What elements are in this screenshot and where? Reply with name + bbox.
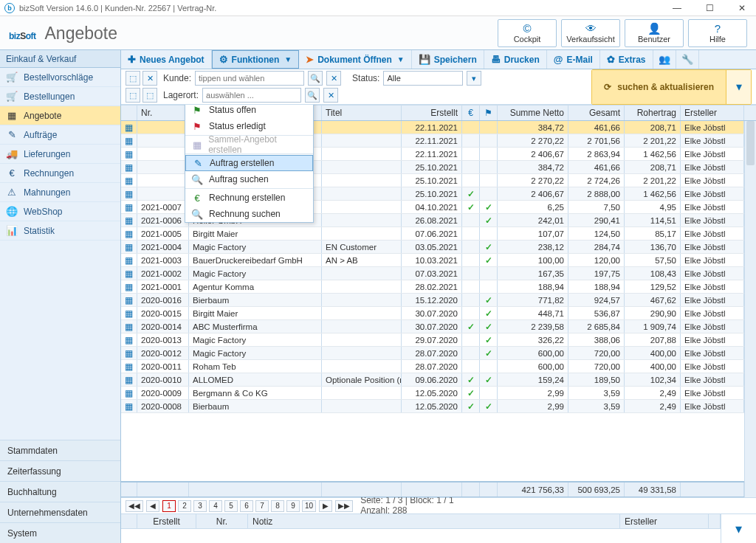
pager-prev[interactable]: ◀: [146, 500, 159, 512]
nav-bestellungen[interactable]: 🛒Bestellungen: [0, 87, 120, 106]
nav-webshop[interactable]: 🌐WebShop: [0, 202, 120, 221]
lager-clear-icon[interactable]: ✕: [323, 88, 338, 103]
lager-search-icon[interactable]: 🔍: [305, 88, 320, 103]
page-3[interactable]: 3: [193, 500, 207, 512]
menu-rechnung-suchen[interactable]: 🔍Rechnung suchen: [185, 206, 313, 222]
sub-col-erstellt[interactable]: Erstellt: [137, 514, 196, 528]
sub-col-nr[interactable]: Nr.: [196, 514, 248, 528]
row-icon: ▦: [125, 269, 133, 279]
table-row[interactable]: ▦2021-0003BauerDruckereibedarf GmbHAN > …: [121, 254, 756, 267]
page-10[interactable]: 10: [302, 500, 316, 512]
close-button[interactable]: ✕: [732, 3, 752, 13]
search-refresh-button[interactable]: ⟳suchen & aktualisieren: [592, 70, 726, 104]
table-row[interactable]: ▦2020-0008Bierbaum12.05.2020✓✓2,993,592,…: [121, 400, 756, 413]
row-icon: ▦: [125, 242, 133, 252]
row-icon: ▦: [125, 215, 133, 226]
page-2[interactable]: 2: [178, 500, 191, 512]
page-8[interactable]: 8: [271, 500, 284, 512]
navtail-stammdaten[interactable]: Stammdaten: [0, 440, 120, 460]
filter-small-4[interactable]: ⬚: [142, 88, 157, 103]
page-5[interactable]: 5: [224, 500, 238, 512]
search-dropdown-button[interactable]: ▾: [726, 70, 751, 104]
table-row[interactable]: ▦2021-0005Birgitt Maier07.06.2021107,071…: [121, 227, 756, 241]
logo: bizSoft: [9, 21, 36, 44]
toolbar-Drucken[interactable]: 🖶Drucken: [484, 50, 547, 69]
toolbar-Dokument Öffnen[interactable]: ➤Dokument Öffnen▼: [299, 50, 412, 69]
table-row[interactable]: ▦2021-0004Magic FactoryEN Customer03.05.…: [121, 241, 756, 254]
toolbar-Funktionen[interactable]: ⚙Funktionen▼: [212, 50, 300, 69]
pager-first[interactable]: ◀◀: [126, 500, 143, 512]
col-icon[interactable]: [121, 106, 137, 120]
lager-input[interactable]: [202, 88, 301, 103]
sub-expand-button[interactable]: ▾: [721, 514, 756, 543]
status-chevron-icon[interactable]: ▾: [467, 71, 481, 86]
table-row[interactable]: ▦2021-0001Agentur Komma28.02.2021188,941…: [121, 280, 756, 294]
menu-status-erledigt[interactable]: ⚑Status erledigt: [185, 118, 313, 134]
navtail-zeiterfassung[interactable]: Zeiterfassung: [0, 460, 120, 481]
table-row[interactable]: ▦2020-0013Magic Factory29.07.2020✓326,22…: [121, 333, 756, 347]
pager-last[interactable]: ▶▶: [335, 500, 353, 512]
menu-status-offen[interactable]: ⚑Status offen: [185, 105, 313, 118]
header-benutzer-button[interactable]: 👤Benutzer: [625, 19, 684, 47]
kunde-clear-icon[interactable]: ✕: [326, 71, 341, 86]
filter-small-2[interactable]: ✕: [142, 71, 157, 86]
menu-auftrag-erstellen[interactable]: ✎Auftrag erstellen: [185, 155, 313, 171]
nav-aufträge[interactable]: ✎Aufträge: [0, 125, 120, 145]
col-netto[interactable]: Summe Netto: [498, 106, 568, 120]
sub-col-ersteller[interactable]: Ersteller: [620, 514, 709, 528]
col-rohertrag[interactable]: Rohertrag: [625, 106, 681, 120]
nav-statistik[interactable]: 📊Statistik: [0, 221, 120, 241]
col-flag-icon[interactable]: ⚑: [480, 106, 498, 120]
col-ersteller[interactable]: Ersteller: [681, 106, 744, 120]
header-hilfe-button[interactable]: ?Hilfe: [688, 19, 747, 47]
vertical-scrollbar[interactable]: [744, 121, 756, 497]
menu-rechnung-erstellen[interactable]: €Rechnung erstellen: [185, 190, 313, 206]
nav-section-head[interactable]: Einkauf & Verkauf: [0, 50, 120, 68]
table-row[interactable]: ▦2020-0011Roham Teb28.07.2020600,00720,0…: [121, 360, 756, 373]
page-6[interactable]: 6: [240, 500, 253, 512]
header-verkaufssicht-button[interactable]: 👁Verkaufssicht: [561, 19, 620, 47]
navtail-buchhaltung[interactable]: Buchhaltung: [0, 481, 120, 502]
col-euro-icon[interactable]: €: [462, 106, 480, 120]
kunde-search-icon[interactable]: 🔍: [308, 71, 323, 86]
table-row[interactable]: ▦2020-0010ALLOMEDOptionale Position (nic…: [121, 373, 756, 387]
col-gesamt[interactable]: Gesamt: [568, 106, 625, 120]
page-1[interactable]: 1: [162, 500, 176, 512]
page-7[interactable]: 7: [255, 500, 269, 512]
toolbar-Speichern[interactable]: 💾Speichern: [412, 50, 484, 69]
filter-small-1[interactable]: ⬚: [126, 71, 140, 86]
pager-next[interactable]: ▶: [319, 500, 332, 512]
toolbar-🔧[interactable]: 🔧: [676, 50, 699, 69]
toolbar-👥[interactable]: 👥: [653, 50, 676, 69]
table-row[interactable]: ▦2020-0015Birgitt Maier30.07.2020✓448,71…: [121, 307, 756, 320]
toolbar-E-Mail[interactable]: @E-Mail: [547, 50, 600, 69]
col-titel[interactable]: Titel: [322, 106, 402, 120]
table-row[interactable]: ▦2021-0002Magic Factory07.03.2021167,351…: [121, 267, 756, 280]
page-9[interactable]: 9: [286, 500, 300, 512]
col-erstellt[interactable]: Erstellt: [402, 106, 462, 120]
sub-col-notiz[interactable]: Notiz: [248, 514, 620, 528]
table-row[interactable]: ▦2020-0009Bergmann & Co KG12.05.2020✓2,9…: [121, 387, 756, 400]
status-select[interactable]: [383, 71, 463, 86]
nav-rechnungen[interactable]: €Rechnungen: [0, 164, 120, 183]
navtail-system[interactable]: System: [0, 522, 120, 543]
filter-small-3[interactable]: ⬚: [126, 88, 140, 103]
table-row[interactable]: ▦2020-0012Magic Factory28.07.2020✓600,00…: [121, 347, 756, 360]
toolbar-Neues Angebot[interactable]: ✚Neues Angebot: [121, 50, 212, 69]
toolbar-Extras[interactable]: ✿Extras: [600, 50, 653, 69]
minimize-button[interactable]: —: [667, 3, 687, 13]
nav-bestellvorschläge[interactable]: 🛒Bestellvorschläge: [0, 68, 120, 87]
menu-auftrag-suchen[interactable]: 🔍Auftrag suchen: [185, 171, 313, 187]
col-nr[interactable]: Nr.: [137, 106, 189, 120]
table-row[interactable]: ▦2020-0016Bierbaum15.12.2020✓771,82924,5…: [121, 294, 756, 307]
nav-angebote[interactable]: ▦Angebote: [0, 106, 120, 125]
maximize-button[interactable]: ☐: [700, 3, 719, 13]
navtail-unternehmensdaten[interactable]: Unternehmensdaten: [0, 502, 120, 522]
table-row[interactable]: ▦2020-0014ABC Musterfirma30.07.2020✓✓2 2…: [121, 320, 756, 333]
nav-lieferungen[interactable]: 🚚Lieferungen: [0, 145, 120, 164]
kunde-input[interactable]: [195, 71, 304, 86]
toolbar: ✚Neues Angebot⚙Funktionen▼➤Dokument Öffn…: [121, 50, 756, 69]
page-4[interactable]: 4: [209, 500, 222, 512]
nav-mahnungen[interactable]: ⚠Mahnungen: [0, 183, 120, 202]
header-cockpit-button[interactable]: ©Cockpit: [498, 19, 557, 47]
